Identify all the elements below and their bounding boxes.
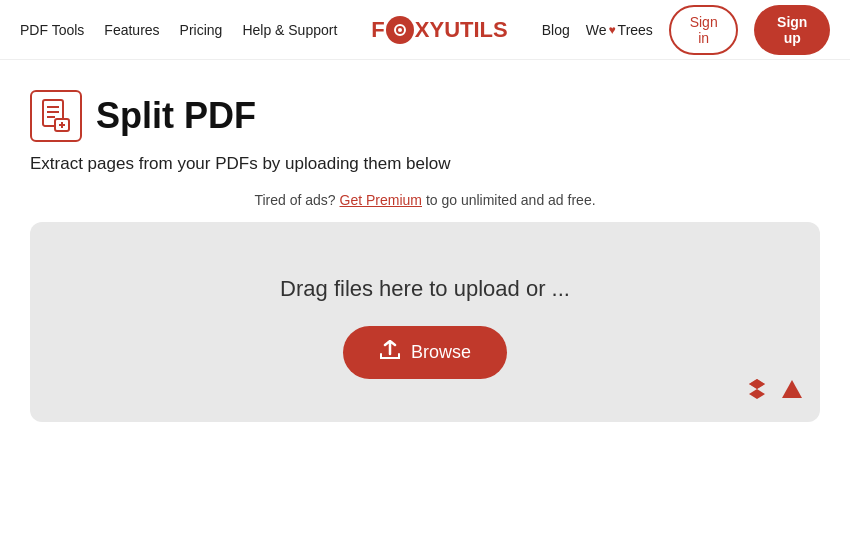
- dropzone-text: Drag files here to upload or ...: [280, 276, 570, 302]
- signin-button[interactable]: Sign in: [669, 5, 739, 55]
- nav-blog[interactable]: Blog: [542, 22, 570, 38]
- split-pdf-icon: [30, 90, 82, 142]
- cloud-service-icons: [744, 376, 804, 408]
- navbar: PDF Tools Features Pricing Help & Suppor…: [0, 0, 850, 60]
- dropzone[interactable]: Drag files here to upload or ... Browse: [30, 222, 820, 422]
- logo[interactable]: F XYUTILS: [371, 16, 507, 44]
- page-title: Split PDF: [96, 95, 256, 137]
- browse-label: Browse: [411, 342, 471, 363]
- nav-right-links: Blog We♥Trees: [542, 22, 653, 38]
- dropbox-icon[interactable]: [744, 376, 770, 408]
- heart-icon: ♥: [608, 23, 615, 37]
- svg-point-1: [398, 28, 402, 32]
- upload-icon: [379, 340, 401, 365]
- we-label: We: [586, 22, 607, 38]
- main-content: Split PDF Extract pages from your PDFs b…: [0, 60, 850, 442]
- nav-help-support[interactable]: Help & Support: [242, 22, 337, 38]
- promo-text: Tired of ads? Get Premium to go unlimite…: [30, 192, 820, 208]
- nav-pdf-tools[interactable]: PDF Tools: [20, 22, 84, 38]
- get-premium-link[interactable]: Get Premium: [340, 192, 422, 208]
- nav-links: PDF Tools Features Pricing Help & Suppor…: [20, 22, 337, 38]
- page-title-row: Split PDF: [30, 90, 820, 142]
- logo-fox: F: [371, 17, 384, 43]
- svg-marker-10: [749, 379, 765, 389]
- browse-button[interactable]: Browse: [343, 326, 507, 379]
- signup-button[interactable]: Sign up: [754, 5, 830, 55]
- nav-right: Blog We♥Trees Sign in Sign up: [542, 5, 830, 55]
- nav-features[interactable]: Features: [104, 22, 159, 38]
- svg-marker-11: [782, 380, 802, 398]
- promo-after: to go unlimited and ad free.: [426, 192, 596, 208]
- nav-we-trees[interactable]: We♥Trees: [586, 22, 653, 38]
- google-drive-icon[interactable]: [780, 377, 804, 407]
- promo-before: Tired of ads?: [254, 192, 335, 208]
- nav-pricing[interactable]: Pricing: [180, 22, 223, 38]
- logo-circle: [386, 16, 414, 44]
- page-subtitle: Extract pages from your PDFs by uploadin…: [30, 154, 820, 174]
- logo-main: XYUTILS: [415, 17, 508, 43]
- trees-label: Trees: [618, 22, 653, 38]
